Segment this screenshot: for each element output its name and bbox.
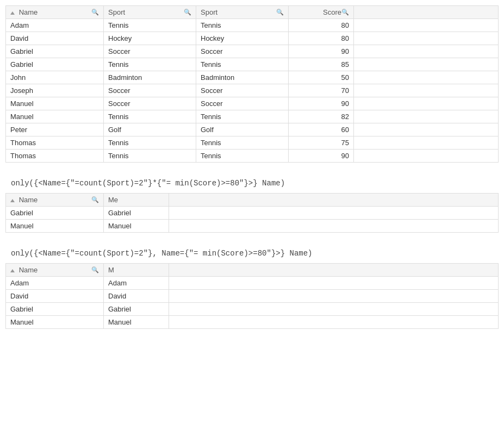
table-row: Joseph Soccer Soccer 70 xyxy=(6,84,499,97)
cell-sport2: Badminton xyxy=(196,71,289,84)
table-row: Gabriel Soccer Soccer 90 xyxy=(6,45,499,58)
cell-name: Joseph xyxy=(6,84,104,97)
cell-me: Manuel xyxy=(104,220,169,233)
cell-m: Manuel xyxy=(104,316,169,329)
th-extra xyxy=(354,6,499,19)
cell-score: 50 xyxy=(289,71,354,84)
formula1-text: only({<Name={"=count(Sport)=2"}*{"= min(… xyxy=(11,179,499,188)
cell-name: Thomas xyxy=(6,150,104,163)
cell-name: Manuel xyxy=(6,97,104,110)
cell-extra xyxy=(169,290,499,303)
th-score: Score 🔍 xyxy=(289,6,354,19)
cell-score: 60 xyxy=(289,123,354,136)
sport1-search-icon[interactable]: 🔍 xyxy=(184,9,191,16)
sort-asc-icon xyxy=(10,11,15,15)
cell-name: Peter xyxy=(6,123,104,136)
cell-extra xyxy=(354,123,499,136)
cell-sport1: Tennis xyxy=(104,19,196,32)
cell-sport1: Golf xyxy=(104,123,196,136)
cell-sport2: Hockey xyxy=(196,32,289,45)
cell-score: 90 xyxy=(289,97,354,110)
th-sport1: Sport 🔍 xyxy=(104,6,196,19)
table-row: Peter Golf Golf 60 xyxy=(6,123,499,136)
cell-sport2: Soccer xyxy=(196,45,289,58)
cell-extra xyxy=(354,58,499,71)
cell-sport2: Soccer xyxy=(196,97,289,110)
th2-name-label: Name xyxy=(10,196,38,204)
table-row: Manuel Tennis Tennis 82 xyxy=(6,110,499,123)
table-row: Gabriel Tennis Tennis 85 xyxy=(6,58,499,71)
formula1-section: only({<Name={"=count(Sport)=2"}*{"= min(… xyxy=(0,179,504,233)
cell-sport1: Badminton xyxy=(104,71,196,84)
th3-name-label: Name xyxy=(10,266,38,274)
main-table: Name 🔍 Sport 🔍 Sport 🔍 xyxy=(5,5,499,163)
cell-sport1: Tennis xyxy=(104,136,196,150)
th3-name: Name 🔍 xyxy=(6,264,104,277)
th2-name: Name 🔍 xyxy=(6,194,104,207)
cell-score: 82 xyxy=(289,110,354,123)
cell-score: 90 xyxy=(289,150,354,163)
cell-extra xyxy=(169,316,499,329)
cell-sport2: Tennis xyxy=(196,110,289,123)
th2-extra xyxy=(169,194,499,207)
table-row: Adam Tennis Tennis 80 xyxy=(6,19,499,32)
cell-sport1: Hockey xyxy=(104,32,196,45)
cell-sport2: Tennis xyxy=(196,136,289,150)
cell-name: Adam xyxy=(6,19,104,32)
main-table-section: Name 🔍 Sport 🔍 Sport 🔍 xyxy=(0,5,504,163)
cell-sport2: Tennis xyxy=(196,58,289,71)
cell-sport2: Soccer xyxy=(196,84,289,97)
cell-name: Thomas xyxy=(6,136,104,150)
cell-extra xyxy=(354,136,499,150)
cell-extra xyxy=(354,97,499,110)
cell-m: Adam xyxy=(104,277,169,290)
th-sport2: Sport 🔍 xyxy=(196,6,289,19)
table3: Name 🔍 M Adam Adam David David xyxy=(5,263,499,329)
cell-name: Manuel xyxy=(6,220,104,233)
cell-extra xyxy=(354,32,499,45)
cell-me: Gabriel xyxy=(104,207,169,220)
name3-search-icon[interactable]: 🔍 xyxy=(91,266,99,273)
cell-score: 80 xyxy=(289,32,354,45)
cell-sport1: Tennis xyxy=(104,150,196,163)
cell-score: 70 xyxy=(289,84,354,97)
cell-extra xyxy=(354,71,499,84)
th-name-label: Name xyxy=(10,8,38,16)
table-row: Gabriel Gabriel xyxy=(6,207,499,220)
cell-name: David xyxy=(6,290,104,303)
cell-sport2: Tennis xyxy=(196,150,289,163)
cell-m: Gabriel xyxy=(104,303,169,316)
sport2-search-icon[interactable]: 🔍 xyxy=(276,9,284,16)
cell-extra xyxy=(169,207,499,220)
cell-extra xyxy=(354,84,499,97)
th3-extra xyxy=(169,264,499,277)
cell-name: Gabriel xyxy=(6,58,104,71)
th-name: Name 🔍 xyxy=(6,6,104,19)
cell-name: Manuel xyxy=(6,316,104,329)
cell-name: John xyxy=(6,71,104,84)
cell-name: Manuel xyxy=(6,110,104,123)
table-row: Manuel Manuel xyxy=(6,220,499,233)
table2: Name 🔍 Me Gabriel Gabriel Manuel Ma xyxy=(5,193,499,233)
table-row: Manuel Soccer Soccer 90 xyxy=(6,97,499,110)
sort3-asc-icon xyxy=(10,269,15,272)
table-row: Thomas Tennis Tennis 90 xyxy=(6,150,499,163)
cell-extra xyxy=(354,45,499,58)
th2-me: Me xyxy=(104,194,169,207)
score-search-icon[interactable]: 🔍 xyxy=(341,9,349,16)
cell-extra xyxy=(354,110,499,123)
cell-score: 90 xyxy=(289,45,354,58)
cell-extra xyxy=(169,303,499,316)
cell-score: 85 xyxy=(289,58,354,71)
table-row: Gabriel Gabriel xyxy=(6,303,499,316)
name2-search-icon[interactable]: 🔍 xyxy=(91,196,99,203)
cell-name: Gabriel xyxy=(6,207,104,220)
name-search-icon[interactable]: 🔍 xyxy=(91,9,99,16)
cell-name: Gabriel xyxy=(6,45,104,58)
table-row: Manuel Manuel xyxy=(6,316,499,329)
table-row: John Badminton Badminton 50 xyxy=(6,71,499,84)
cell-extra xyxy=(169,277,499,290)
formula2-section: only({<Name={"=count(Sport)=2"}, Name={"… xyxy=(0,249,504,329)
cell-extra xyxy=(354,19,499,32)
cell-sport1: Tennis xyxy=(104,110,196,123)
